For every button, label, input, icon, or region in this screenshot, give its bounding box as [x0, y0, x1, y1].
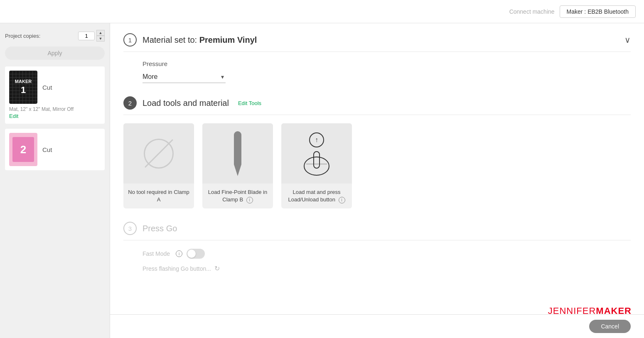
copies-increment[interactable]: ▲ — [96, 30, 105, 36]
mat-1-content: MAKER 1 — [15, 79, 32, 95]
copies-stepper: ▲ ▼ — [96, 30, 105, 42]
svg-rect-1 — [314, 152, 320, 168]
load-mat-label: Load mat and press Load/Unload button i — [281, 184, 352, 208]
step-2-header: 2 Load tools and material Edit Tools — [123, 96, 631, 115]
mat-1-thumbnail: MAKER 1 — [9, 71, 37, 104]
mat-1-maker-text: MAKER — [15, 79, 32, 84]
sidebar: Project copies: ▲ ▼ Apply MAKER 1 — [0, 23, 110, 338]
blade-image — [202, 123, 273, 184]
step-1-header: 1 Material set to: Premium Vinyl ∨ — [123, 33, 631, 52]
mat-item-2: 2 Cut — [5, 129, 105, 170]
step-1-content: Pressure Default Less More High ▾ — [123, 60, 631, 83]
mat-1-edit-link[interactable]: Edit — [9, 113, 18, 119]
mat-2-header: 2 Cut — [9, 133, 101, 166]
main-content: 1 Material set to: Premium Vinyl ∨ Press… — [110, 23, 644, 338]
mat-2-type: Cut — [42, 146, 52, 153]
step-1-prefix: Material set to: — [143, 35, 197, 44]
fast-mode-info-icon[interactable]: i — [176, 250, 182, 257]
mat-1-type: Cut — [42, 84, 52, 91]
mat-1-number: 1 — [15, 85, 32, 96]
pressure-label: Pressure — [143, 60, 631, 67]
connect-machine-label: Connect machine — [509, 8, 555, 15]
tool-card-blade: Load Fine-Point Blade in Clamp B i — [202, 123, 273, 208]
app-layout: Project copies: ▲ ▼ Apply MAKER 1 — [0, 23, 644, 338]
blade-info-icon[interactable]: i — [246, 197, 253, 203]
step-3-content: Fast Mode i Press flashing Go button... … — [123, 249, 631, 272]
step-1-title: Material set to: Premium Vinyl — [143, 35, 257, 45]
step-1-circle: 1 — [123, 33, 137, 47]
copies-decrement[interactable]: ▼ — [96, 36, 105, 42]
no-tool-icon — [144, 139, 174, 169]
step-3: 3 Press Go Fast Mode i Press flashing Go… — [123, 222, 631, 272]
step-3-circle: 3 — [123, 222, 137, 235]
load-mat-hand-svg — [298, 143, 335, 176]
no-tool-label: No tool required in Clamp A — [123, 184, 194, 208]
fast-mode-toggle[interactable] — [187, 249, 205, 259]
machine-connect-button[interactable]: Maker : EB2B Bluetooth — [560, 5, 636, 18]
load-mat-image: ↑ — [281, 123, 352, 184]
blade-tip — [234, 164, 241, 176]
step-1-material: Premium Vinyl — [199, 35, 257, 44]
load-mat-illustration: ↑ — [298, 131, 335, 176]
tool-card-no-tool: No tool required in Clamp A — [123, 123, 194, 208]
step-2-circle: 2 — [123, 96, 137, 110]
project-copies-row: Project copies: ▲ ▼ — [5, 30, 105, 42]
step-1-chevron[interactable]: ∨ — [624, 35, 631, 45]
edit-tools-link[interactable]: Edit Tools — [238, 100, 261, 106]
mat-item-1: MAKER 1 Cut Mat, 12" x 12" Mat, Mirror O… — [5, 66, 105, 124]
project-copies-label: Project copies: — [5, 33, 40, 39]
copies-input[interactable] — [78, 32, 95, 40]
load-mat-up-arrow: ↑ — [315, 136, 318, 144]
blade-body — [234, 131, 241, 164]
mat-2-thumbnail: 2 — [9, 133, 37, 166]
step-1: 1 Material set to: Premium Vinyl ∨ Press… — [123, 33, 631, 83]
cancel-button[interactable]: Cancel — [589, 320, 631, 333]
press-go-row: Press flashing Go button... ↻ — [143, 265, 631, 272]
step-2-title: Load tools and material — [143, 98, 229, 108]
load-mat-info-icon[interactable]: i — [339, 197, 345, 203]
apply-button[interactable]: Apply — [5, 47, 105, 60]
press-go-label: Press flashing Go button... — [143, 265, 211, 272]
no-tool-image — [123, 123, 194, 184]
step-2-content: No tool required in Clamp A Load Fine-Po… — [123, 123, 631, 208]
bottom-bar: Cancel — [110, 314, 644, 338]
fast-mode-row: Fast Mode i — [143, 249, 631, 259]
step-2: 2 Load tools and material Edit Tools No … — [123, 96, 631, 208]
copies-controls: ▲ ▼ — [78, 30, 105, 42]
pressure-select-wrapper: Default Less More High ▾ — [143, 71, 226, 83]
fast-mode-label: Fast Mode — [143, 250, 170, 257]
step-3-title: Press Go — [143, 224, 177, 233]
toggle-knob — [187, 250, 196, 258]
step-3-header: 3 Press Go — [123, 222, 631, 240]
blade-label: Load Fine-Point Blade in Clamp B i — [202, 184, 273, 208]
header: Connect machine Maker : EB2B Bluetooth — [0, 0, 644, 23]
pressure-select[interactable]: Default Less More High — [143, 71, 226, 83]
blade-icon — [234, 131, 241, 176]
spinner-icon: ↻ — [214, 265, 220, 272]
tool-card-load-mat: ↑ — [281, 123, 352, 208]
mat-1-info: Mat, 12" x 12" Mat, Mirror Off — [9, 106, 101, 112]
svg-point-0 — [304, 157, 329, 175]
mat-2-inner: 2 — [12, 137, 34, 162]
mat-2-number: 2 — [20, 143, 26, 156]
mat-1-header: MAKER 1 Cut — [9, 71, 101, 104]
